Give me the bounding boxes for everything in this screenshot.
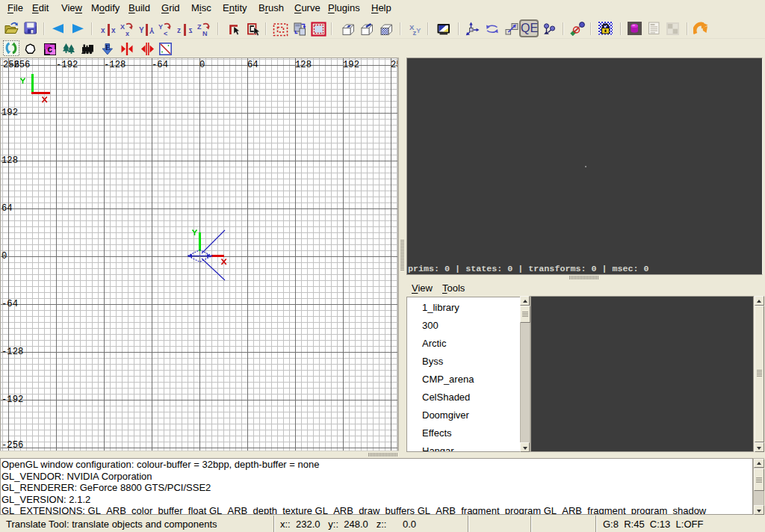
svg-text:-192: -192 <box>1 395 23 405</box>
svg-text:-64: -64 <box>152 60 168 70</box>
svg-text:Y: Y <box>416 26 421 34</box>
svg-text:X: X <box>120 23 125 31</box>
svg-text:C: C <box>48 46 53 55</box>
svg-text:-128: -128 <box>104 60 126 70</box>
svg-text:Z: Z <box>197 23 202 31</box>
svg-text:x: x <box>101 26 105 34</box>
svg-text:z: z <box>189 26 193 34</box>
svg-text:Y: Y <box>149 26 155 34</box>
svg-text:256: 256 <box>3 60 19 70</box>
svg-text:64: 64 <box>1 203 13 214</box>
svg-text:E: E <box>105 43 111 52</box>
svg-text:<: < <box>164 30 167 37</box>
svg-text:192: 192 <box>343 60 359 70</box>
svg-text:0: 0 <box>1 251 7 262</box>
svg-text:Y: Y <box>158 23 163 31</box>
svg-text:x: x <box>111 26 116 34</box>
svg-text:192: 192 <box>1 108 18 118</box>
svg-text:128: 128 <box>295 60 312 70</box>
svg-text:128: 128 <box>1 155 18 166</box>
svg-text:-128: -128 <box>1 347 23 357</box>
svg-text:Y: Y <box>139 26 144 34</box>
svg-text:64: 64 <box>247 60 258 70</box>
svg-text:N: N <box>202 30 208 37</box>
svg-text:-64: -64 <box>1 299 18 309</box>
svg-text:-256: -256 <box>1 440 23 451</box>
svg-text:x: x <box>126 30 129 37</box>
svg-text:z: z <box>177 26 181 34</box>
svg-text:0: 0 <box>199 60 205 70</box>
svg-text:-192: -192 <box>56 60 78 70</box>
